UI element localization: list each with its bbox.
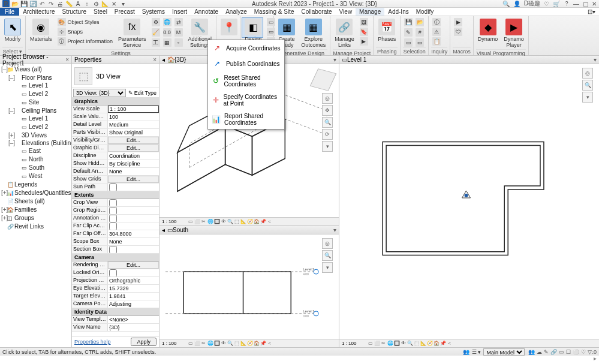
nav-orbit-icon[interactable]: ⟳ [322, 129, 333, 140]
macro-sec-button[interactable]: 🛡 [453, 27, 463, 37]
inq-3-button[interactable]: 📋 [431, 37, 442, 46]
tab-insert[interactable]: Insert [168, 8, 191, 16]
modify-button[interactable]: ⬉ Modify [2, 17, 23, 43]
view-tool-icon[interactable]: 🌐 [207, 218, 213, 225]
tree-node[interactable]: [+]◫Groups [1, 214, 70, 222]
tree-node[interactable]: 🔗Revit Links [1, 222, 70, 231]
prop-row[interactable]: Parts VisibilityShow Original [72, 129, 159, 137]
explore-outcomes-button[interactable]: ▦Explore Outcomes [299, 17, 327, 49]
transfer-button[interactable]: ⇄ [173, 17, 184, 27]
view-level1-tab[interactable]: ▭ Level 1 ▾ [339, 56, 599, 64]
prop-row[interactable]: Sun Path [72, 183, 159, 191]
tree-node[interactable]: 📋Legends [1, 181, 70, 189]
qat-dropdown-icon[interactable]: ▾ [119, 0, 127, 7]
tree-node[interactable]: [–]Floor Plans [1, 74, 70, 82]
tree-node[interactable]: ▭Level 1 [1, 82, 70, 90]
sel-c1-button[interactable]: ▭ [403, 38, 414, 47]
view-tool-icon[interactable]: < [446, 340, 453, 347]
status-cloud-icon[interactable]: ☁ [537, 349, 542, 355]
tree-node[interactable]: [+]📊Schedules/Quantities (all [1, 189, 70, 197]
location-button[interactable]: 📍 [219, 17, 239, 37]
tab-annotate[interactable]: Annotate [191, 8, 222, 16]
tree-node[interactable]: ▭East [1, 147, 70, 155]
shared-params-button[interactable]: ⚙ [150, 17, 161, 27]
view-level1-max-icon[interactable]: ▾ [594, 56, 597, 63]
prop-row[interactable]: Projection Mo...Orthographic [72, 277, 159, 285]
max-icon[interactable]: ▢ [583, 1, 588, 7]
ribbon-collapse-icon[interactable]: ⊡▾ [584, 8, 599, 16]
tab-structure[interactable]: Structure [58, 8, 90, 16]
prop-row[interactable]: Far Clip Active [72, 222, 159, 230]
tree-node[interactable]: ▭Level 1 [1, 115, 70, 123]
view-tool-icon[interactable]: 📐 [240, 340, 246, 347]
prop-row[interactable]: Show GridsEdit... [72, 176, 159, 183]
app-logo[interactable]: R [2, 0, 10, 7]
start-button[interactable]: ▶ [359, 37, 369, 46]
tree-node[interactable]: [–]Ceiling Plans [1, 107, 70, 115]
tab-view[interactable]: View [336, 8, 356, 16]
nav-wheel-icon[interactable]: ◎ [582, 68, 593, 79]
tree-node[interactable]: ▭Site [1, 98, 70, 107]
view-tool-icon[interactable]: 🔍 [227, 340, 233, 347]
sel-ids-button[interactable]: # [414, 28, 425, 37]
view-tool-icon[interactable]: 🔍 [227, 218, 233, 225]
apply-button[interactable]: Apply [131, 338, 156, 346]
view-tool-icon[interactable]: ⬜ [194, 218, 200, 225]
view-tool-icon[interactable]: ▭ [187, 340, 194, 347]
tab-collaborate[interactable]: Collaborate [297, 8, 335, 16]
status-face-icon[interactable]: ⚪ [573, 349, 579, 355]
units-button[interactable]: 0.0 [162, 28, 173, 37]
macro-mgr-button[interactable]: ▶ [453, 17, 463, 27]
tree-node[interactable]: ▭South [1, 164, 70, 172]
view-tool-icon[interactable]: ⬚ [233, 218, 240, 225]
prop-row[interactable]: DisciplineCoordination [72, 152, 159, 160]
misc-button[interactable]: ▫ [173, 38, 184, 47]
view-tool-icon[interactable]: 🌐 [207, 340, 213, 347]
fav-icon[interactable]: ♡ [544, 1, 549, 7]
nav-wheel-icon[interactable]: ◎ [322, 238, 333, 249]
tab-massing[interactable]: Massing & Site [251, 8, 298, 16]
sel-save-button[interactable]: 💾 [403, 17, 414, 27]
nav-more-icon[interactable]: ▾ [582, 92, 593, 103]
view-tool-icon[interactable]: 👁 [220, 218, 227, 225]
snaps-button[interactable]: ⊹Snaps [56, 27, 115, 37]
view-tool-icon[interactable]: ▭ [367, 340, 374, 347]
status-ws-icon[interactable]: 👥 [463, 349, 469, 355]
qat-switch-icon[interactable]: ↕ [83, 0, 91, 7]
view-south-tab[interactable]: ◂ ▭ South ▾ [159, 226, 339, 234]
qat-redo-icon[interactable]: ↷ [47, 0, 55, 7]
prop-row[interactable]: Detail LevelMedium [72, 121, 159, 129]
view-tool-icon[interactable]: 👁 [220, 340, 227, 347]
qat-measure-icon[interactable]: 📏 [65, 0, 73, 7]
qat-print-icon[interactable]: 🖨 [56, 0, 64, 7]
view-south-canvas[interactable]: Level 2 4.00 Level 1 0.00 ◎ 🔍 ▾ [159, 234, 339, 339]
view-tool-icon[interactable]: 🏠 [253, 218, 260, 225]
prop-group[interactable]: Camera [72, 254, 159, 261]
workset-selector[interactable]: Main Model [483, 348, 525, 356]
view-tool-icon[interactable]: 🔍 [407, 340, 413, 347]
project-browser-close-icon[interactable]: × [65, 56, 69, 63]
prop-row[interactable]: Graphic Displa...Edit... [72, 145, 159, 152]
view-tool-icon[interactable]: 🔲 [213, 218, 220, 225]
prop-row[interactable]: Scale Value 1:100 [72, 113, 159, 121]
qat-thin-icon[interactable]: 📐 [101, 0, 109, 7]
viewcube[interactable] [311, 68, 335, 92]
global-params-button[interactable]: 🌐 [162, 17, 173, 27]
inq-1-button[interactable]: ⓘ [431, 17, 442, 27]
qat-undo-icon[interactable]: ↶ [38, 0, 46, 7]
qat-a-icon[interactable]: A [74, 0, 82, 7]
view-tool-icon[interactable]: 📌 [260, 340, 266, 347]
prop-row[interactable]: Annotation Cr... [72, 215, 159, 222]
edit-type-button[interactable]: ✎ Edit Type [127, 90, 158, 96]
prop-row[interactable]: Rendering Set...Edit... [72, 261, 159, 269]
view-tool-icon[interactable]: ⬜ [194, 340, 200, 347]
parameters-service-button[interactable]: fx Parameters Service [116, 17, 148, 49]
prop-row[interactable]: Default Analys...None [72, 168, 159, 176]
specify-coordinates-item[interactable]: ✛Specify Coordinates at Point [208, 91, 284, 110]
view-tool-icon[interactable]: 🏠 [253, 340, 260, 347]
tab-modify[interactable]: Modify [413, 8, 437, 16]
qat-save-icon[interactable]: 💾 [20, 0, 28, 7]
tree-node[interactable]: [+]🏠Families [1, 206, 70, 214]
tree-node[interactable]: ▭West [1, 172, 70, 181]
phases-button[interactable]: 📅Phases [376, 17, 398, 43]
